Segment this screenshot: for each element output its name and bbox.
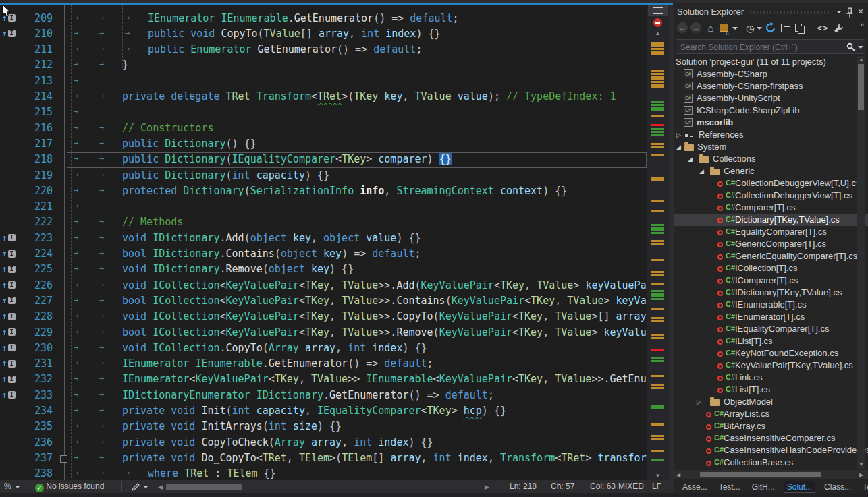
tree-scroll-up-icon[interactable]: ▲ [859,57,864,63]
tool-tab-tea[interactable]: Tea... [860,481,868,492]
code-line[interactable]: →→bool ICollection<KeyValuePair<TKey, TV… [0,293,647,310]
tree-item-ienumerator-t-cs[interactable]: C#IEnumerator[T].cs [674,311,868,323]
code-line[interactable]: →→void IDictionary.Add(object key, objec… [0,231,647,247]
code-line[interactable]: →→// Constructors [0,121,647,137]
tree-item-equalitycomparer-t-cs[interactable]: C#EqualityComparer[T].cs [674,226,868,238]
collapse-all-icon[interactable] [780,22,790,34]
code-line[interactable]: →→private delegate TRet Transform<TRet>(… [0,89,647,105]
tool-tab-asse[interactable]: Asse... [680,481,710,492]
tree-item-ilist-t-cs[interactable]: C#IList[T].cs [674,335,868,347]
code-line[interactable]: →→void ICollection.CopyTo(Array array, i… [0,341,647,357]
switch-views-icon[interactable]: ⇅ [719,22,730,34]
tree-item-comparer-t-cs[interactable]: C#Comparer[T].cs [674,202,868,214]
tool-tab-solut[interactable]: Solut... [784,481,815,493]
panel-title-bar[interactable]: Solution Explorer × [674,5,868,19]
fold-collapse-icon[interactable]: − [60,455,67,463]
zoom-level[interactable]: % [4,481,11,491]
search-caret-icon[interactable] [858,46,863,49]
expander-expanded-icon[interactable]: ◢ [676,144,681,150]
tree-item-objectmodel[interactable]: ▷ObjectModel [674,396,868,408]
tree-item-list-t-cs[interactable]: C#List[T].cs [674,384,868,396]
scroll-up-icon[interactable]: ▲ [647,30,669,36]
editor-split-handle-icon[interactable] [648,5,668,16]
code-line[interactable]: → [0,199,647,215]
tool-tab-class[interactable]: Class... [821,481,854,492]
tree-item-link-cs[interactable]: C#Link.cs [674,372,868,384]
tree-item-genericequalitycomparer-t-cs[interactable]: C#GenericEqualityComparer[T].cs [674,250,868,262]
tree-item-keynotfoundexception-cs[interactable]: C#KeyNotFoundException.cs [674,347,868,359]
code-line[interactable]: → [0,74,647,90]
zoom-caret-icon[interactable] [15,486,20,488]
scroll-down-icon[interactable]: ▼ [647,473,669,479]
code-line[interactable]: →→private void CopyToCheck(Array array, … [0,435,647,451]
code-line[interactable]: →→public Dictionary(IEqualityComparer<TK… [0,152,647,168]
tool-tab-test[interactable]: Test... [716,481,743,492]
window-position-caret-icon[interactable] [834,6,844,17]
code-line[interactable]: →→private void Init(int capacity, IEqual… [0,403,647,419]
code-line[interactable]: →→void IDictionary.Remove(object key) {} [0,262,647,278]
error-status-icon[interactable] [653,18,662,27]
code-line[interactable]: →→public Dictionary() {} [0,136,647,152]
tree-item-icomparer-t-cs[interactable]: C#IComparer[T].cs [674,274,868,287]
tree-item-caseinsensitivehashcodeprovider-cs[interactable]: C#CaseInsensitiveHashCodeProvider.cs [674,444,868,457]
view-code-icon[interactable]: <> [816,22,830,34]
nav-forward-icon[interactable]: → [690,22,701,33]
tree-item-assembly-unityscript[interactable]: C#Assembly-UnityScript [674,92,868,105]
code-line[interactable]: →→private void InitArrays(int size) {} [0,419,647,435]
tree-item-icsharpcode-sharpziplib[interactable]: C#ICSharpCode.SharpZipLib [674,105,868,117]
code-line[interactable]: →→// Methods [0,214,647,231]
tree-item-caseinsensitivecomparer-cs[interactable]: C#CaseInsensitiveComparer.cs [674,432,868,444]
tree-item-collectiondebuggerview-t-cs[interactable]: C#CollectionDebuggerView[T].cs [674,189,868,202]
panel-splitter[interactable] [669,5,674,493]
tree-item-generic[interactable]: ◢Generic [674,165,868,177]
tree-item-references[interactable]: ▷References [674,129,868,141]
tree-vscrollbar[interactable]: ▲ ▼ [857,56,865,469]
tree-hscrollbar[interactable]: ◀ ▶ [674,470,868,479]
show-all-files-icon[interactable] [794,22,805,34]
tree-hscroll-thumb[interactable] [700,472,821,477]
editor-scrollbar[interactable]: ▲ ▼ [647,5,669,480]
code-line[interactable]: →→IDictionaryEnumerator IDictionary.GetE… [0,388,647,404]
code-line[interactable]: →→private void Do_CopyTo<TRet, TElem>(TE… [0,450,647,467]
code-line[interactable]: →→→IEnumerator IEnumerable.GetEnumerator… [0,11,647,27]
tree-vscroll-thumb[interactable] [858,64,864,110]
code-line[interactable]: →→IEnumerator<KeyValuePair<TKey, TValue>… [0,372,647,388]
tree-scroll-right-icon[interactable]: ▶ [859,472,863,478]
tree-item-mscorlib[interactable]: C#mscorlib [674,117,868,129]
code-line[interactable]: →→→public void CopyTo(TValue[] array, in… [0,26,647,42]
hscroll-left-icon[interactable]: ◀ [158,484,163,490]
home-icon[interactable]: ⌂ [705,22,716,34]
search-box[interactable] [676,39,865,54]
expander-collapsed-icon[interactable]: ▷ [697,399,701,405]
tool-tab-gith[interactable]: GitH... [749,481,778,492]
search-input[interactable] [679,40,837,54]
tree-item-assembly-csharp[interactable]: C#Assembly-CSharp [674,68,868,80]
pin-icon[interactable] [844,7,855,18]
code-line[interactable]: →→void ICollection<KeyValuePair<TKey, TV… [0,278,647,294]
hscroll-right-icon[interactable]: ▶ [485,484,489,490]
code-line[interactable]: →→} [0,57,647,74]
tree-item-collections[interactable]: ◢Collections [674,153,868,165]
tree-item-idictionary-tkey-tvalue-cs[interactable]: C#IDictionary[TKey,TValue].cs [674,287,868,299]
expander-expanded-icon[interactable]: ◢ [688,156,693,163]
hscroll-track[interactable] [166,484,482,490]
issues-indicator[interactable]: ✓ No issues found [35,481,104,492]
tree-scroll-left-icon[interactable]: ◀ [676,472,680,478]
hscroll-thumb[interactable] [166,484,242,490]
code-line[interactable]: →→bool IDictionary.Contains(object key) … [0,246,647,262]
expander-expanded-icon[interactable]: ◢ [699,168,704,175]
overflow-icon[interactable]: » [858,19,866,31]
tree-item-arraylist-cs[interactable]: C#ArrayList.cs [674,408,868,420]
code-line[interactable]: →→protected Dictionary(SerializationInfo… [0,183,647,200]
code-line[interactable]: →→→where TRet : TElem {} [0,466,647,480]
code-line[interactable]: →→→public Enumerator GetEnumerator() => … [0,42,647,58]
tree-item-system[interactable]: ◢System [674,141,868,153]
code-editor[interactable]: ↑I209→→→IEnumerator IEnumerable.GetEnume… [0,5,669,480]
code-line[interactable]: →→bool ICollection<KeyValuePair<TKey, TV… [0,325,647,341]
pen-caret-icon[interactable] [143,486,148,488]
pending-changes-filter-icon[interactable]: ◷ [744,22,755,34]
code-line[interactable]: → [0,105,647,121]
tree-item-collectiondebuggerview-t-u-cs[interactable]: C#CollectionDebuggerView[T,U].cs [674,177,868,189]
tree-item-dictionary-tkey-tvalue-cs[interactable]: C#Dictionary[TKey,TValue].cs [674,214,868,226]
code-area[interactable]: ↑I209→→→IEnumerator IEnumerable.GetEnume… [0,5,647,480]
